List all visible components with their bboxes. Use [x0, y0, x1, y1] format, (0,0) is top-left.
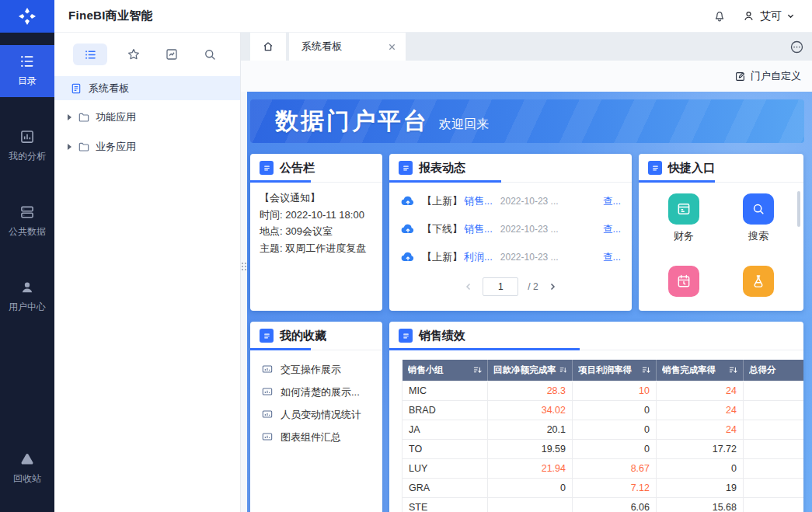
chevron-down-icon [786, 12, 795, 20]
clipboard-icon [260, 161, 274, 175]
folder-icon [78, 111, 90, 124]
page-next-icon[interactable] [548, 282, 557, 291]
card-title: 快捷入口 [668, 161, 715, 176]
tab-label: 系统看板 [301, 40, 386, 54]
tab-home[interactable] [250, 33, 286, 61]
favorite-item[interactable]: 如何清楚的展示... [261, 381, 371, 403]
home-icon [262, 40, 274, 53]
document-icon [70, 82, 82, 95]
caret-right-icon[interactable] [68, 114, 71, 120]
recycle-bin-icon [19, 451, 35, 467]
sidebar-item-user-center[interactable]: 用户中心 [0, 271, 54, 323]
announcement-card: 公告栏 【会议通知】 时间: 2022-10-11 18:00 地点: 309会… [250, 154, 382, 311]
column-header-total[interactable]: 总得分 [744, 360, 804, 381]
report-tag: 【上新】 [422, 250, 462, 264]
favorites-card: 我的收藏 交互操作展示 [250, 322, 382, 512]
catalog-panel: 系统看板 功能应用 业务应用 [54, 33, 241, 512]
sort-icon [559, 366, 567, 374]
finebi-logo-icon [18, 7, 37, 26]
column-header-group[interactable]: 销售小组 [403, 360, 488, 381]
favorite-item[interactable]: 人员变动情况统计 [261, 403, 371, 426]
favorite-item[interactable]: 图表组件汇总 [261, 426, 371, 448]
tab-system-dashboard[interactable]: 系统看板 [289, 33, 406, 61]
report-item[interactable]: 【下线】 销售... 2022-10-23 ... 查... [400, 215, 621, 243]
clipboard-icon [399, 161, 413, 175]
tree-item-label: 功能应用 [96, 110, 136, 124]
announcement-line: 主题: 双周工作进度复盘 [260, 241, 373, 256]
sidebar: 目录 我的分析 公共数据 用户中心 [0, 33, 54, 512]
page-number-input[interactable] [483, 277, 518, 296]
close-icon[interactable] [386, 41, 398, 53]
sidebar-item-catalog[interactable]: 目录 [0, 45, 54, 97]
cloud-upload-icon [400, 221, 416, 237]
report-date: 2022-10-23 ... [500, 252, 559, 263]
finebi-app: FineBI商业智能 艾可 目录 [0, 0, 812, 512]
column-header-profit-score[interactable]: 项目利润率得 [573, 360, 657, 381]
table-row: BRAD 34.02 0 24 [403, 400, 804, 420]
quick-entry-lab[interactable] [743, 266, 774, 311]
table-row: TO 19.59 0 17.72 [403, 439, 804, 458]
finebi-logo[interactable] [0, 0, 54, 33]
report-name-link[interactable]: 利润... [464, 250, 493, 264]
tree-item-system-dashboard[interactable]: 系统看板 [54, 76, 240, 100]
sort-icon [642, 366, 650, 374]
page-total-label: / 2 [528, 281, 538, 292]
tree-item-business-apps[interactable]: 业务应用 [54, 134, 240, 159]
column-header-sales-score[interactable]: 销售完成率得 [657, 360, 744, 381]
report-date: 2022-10-23 ... [500, 196, 559, 207]
dashboard-chart-icon [261, 431, 274, 444]
report-view-link[interactable]: 查... [603, 223, 621, 236]
report-name-link[interactable]: 销售... [464, 194, 493, 208]
notification-bell-icon[interactable] [713, 9, 727, 23]
portal-banner: 数据门户平台 欢迎回来 [250, 99, 804, 143]
banner-subtitle: 欢迎回来 [439, 117, 489, 133]
scrollbar-thumb[interactable] [797, 191, 800, 227]
sidebar-item-label: 我的分析 [9, 150, 46, 163]
topbar-actions: 艾可 [713, 9, 812, 23]
page-prev-icon[interactable] [464, 282, 473, 291]
sidebar-item-my-analysis[interactable]: 我的分析 [0, 120, 54, 172]
card-header: 快捷入口 [639, 154, 803, 183]
template-board-icon[interactable] [160, 44, 183, 65]
dashboard-chart-icon [261, 386, 274, 399]
more-options-icon[interactable] [789, 40, 804, 54]
sidebar-item-label: 公共数据 [9, 225, 46, 239]
caret-right-icon[interactable] [68, 144, 71, 150]
catalog-icon [19, 54, 35, 69]
portal-canvas: 数据门户平台 欢迎回来 公告栏 【会议通知】 [247, 92, 812, 512]
column-header-payment-rate[interactable]: 回款净额完成率 [488, 360, 573, 381]
user-menu[interactable]: 艾可 [742, 9, 795, 23]
tab-bar: 系统看板 [241, 33, 812, 61]
report-name-link[interactable]: 销售... [464, 222, 493, 236]
favorites-list: 交互操作展示 如何清楚的展示... [250, 350, 382, 456]
user-icon [742, 9, 755, 23]
tree-item-function-apps[interactable]: 功能应用 [54, 105, 240, 130]
portal-customize-button[interactable]: 门户自定义 [734, 69, 801, 83]
report-item[interactable]: 【上新】 利润... 2022-10-23 ... 查... [400, 243, 621, 271]
sort-icon [729, 366, 737, 374]
portal-customize-label: 门户自定义 [751, 69, 801, 83]
report-date: 2022-10-23 ... [500, 224, 559, 235]
quick-entry-label: 财务 [674, 230, 694, 242]
report-view-link[interactable]: 查... [603, 251, 621, 264]
quick-entry-search[interactable]: 搜索 [743, 193, 774, 242]
report-view-link[interactable]: 查... [603, 195, 621, 208]
sidebar-item-recycle-bin[interactable]: 回收站 [0, 443, 54, 495]
clipboard-icon [399, 329, 413, 343]
sidebar-item-public-data[interactable]: 公共数据 [0, 196, 54, 248]
directory-list-icon[interactable] [73, 44, 107, 65]
table-row: JA 20.1 0 24 [403, 420, 804, 439]
favorite-item[interactable]: 交互操作展示 [261, 358, 371, 381]
panel-resize-handle[interactable] [242, 263, 248, 270]
favorite-item-label: 交互操作展示 [281, 363, 341, 377]
quick-entry-finance[interactable]: 财务 [668, 193, 699, 242]
announcement-line: 时间: 2022-10-11 18:00 [260, 207, 373, 223]
favorites-star-icon[interactable] [122, 44, 145, 65]
table-header-row: 销售小组 回款净额完成率 项目利润率得 销售完成率得 总得分 [403, 360, 804, 381]
search-icon[interactable] [198, 44, 221, 65]
cloud-upload-icon [400, 249, 416, 265]
table-row: GRA 0 7.12 19 [403, 478, 804, 497]
quick-entry-schedule[interactable] [668, 266, 699, 311]
report-item[interactable]: 【上新】 销售... 2022-10-23 ... 查... [400, 187, 621, 215]
sort-icon [473, 366, 482, 374]
